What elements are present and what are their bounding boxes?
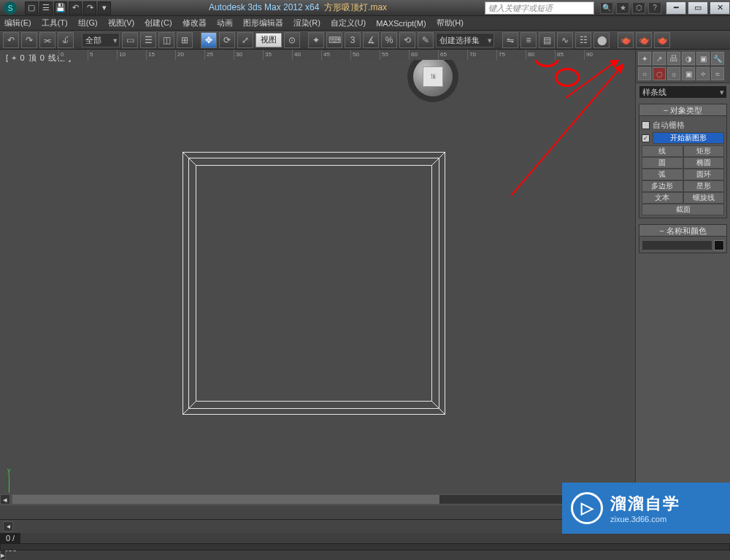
donut-button[interactable]: 圆环: [683, 169, 725, 180]
curve-editor-icon[interactable]: ∿: [557, 32, 573, 48]
selection-filter-combo[interactable]: 全部: [82, 33, 120, 47]
arc-button[interactable]: 弧: [642, 169, 683, 180]
favorite-icon[interactable]: ★: [616, 2, 629, 14]
spinner-snap-icon[interactable]: ⟲: [399, 32, 415, 48]
menu-view[interactable]: 视图(V): [108, 18, 135, 28]
render-setup-icon[interactable]: 🫖: [618, 32, 634, 48]
motion-tab-icon[interactable]: ◑: [682, 52, 695, 65]
move-icon[interactable]: ✥: [201, 32, 217, 48]
lights-cat-icon[interactable]: ☼: [667, 67, 680, 80]
maximize-button[interactable]: ▭: [688, 1, 708, 15]
snap-toggle-icon[interactable]: 3: [345, 32, 361, 48]
shape-type-combo[interactable]: 样条线: [639, 85, 727, 99]
space-warps-cat-icon[interactable]: ≈: [711, 67, 724, 80]
helix-button[interactable]: 螺旋线: [683, 192, 725, 204]
menu-edit[interactable]: 编辑(E): [4, 18, 31, 28]
select-manipulate-icon[interactable]: ✦: [308, 32, 324, 48]
qat-undo-icon[interactable]: ↶: [69, 1, 82, 15]
auto-grid-row[interactable]: 自动栅格: [642, 120, 724, 131]
rotate-icon[interactable]: ⟳: [219, 32, 235, 48]
qat-open-icon[interactable]: ☰: [39, 1, 53, 15]
slider-right-icon[interactable]: ▸: [0, 550, 6, 560]
schematic-icon[interactable]: ☷: [575, 32, 591, 48]
angle-snap-icon[interactable]: ∡: [363, 32, 379, 48]
rectangle-button[interactable]: 矩形: [683, 145, 725, 157]
menu-help[interactable]: 帮助(H): [437, 18, 464, 28]
menu-grapheditor[interactable]: 图形编辑器: [243, 18, 283, 28]
auto-grid-checkbox[interactable]: [642, 121, 650, 129]
ref-coord-combo[interactable]: 视图: [256, 33, 282, 47]
minimize-button[interactable]: ━: [666, 1, 686, 15]
window-crossing-icon[interactable]: ⊞: [177, 32, 193, 48]
utilities-tab-icon[interactable]: 🔧: [711, 52, 724, 65]
named-selection-combo[interactable]: 创建选择集: [436, 33, 494, 47]
viewport-hscroll[interactable]: ◂ ▸: [0, 493, 635, 506]
edit-named-sel-icon[interactable]: ✎: [418, 32, 434, 48]
menu-tools[interactable]: 工具(T): [42, 18, 68, 28]
start-new-checkbox[interactable]: ✓: [642, 134, 650, 142]
material-editor-icon[interactable]: ⬤: [593, 32, 610, 48]
viewcube[interactable]: 顶: [413, 57, 453, 96]
menu-customize[interactable]: 自定义(U): [331, 18, 366, 28]
ngon-button[interactable]: 多边形: [642, 180, 683, 192]
link-icon[interactable]: ⫘: [39, 32, 55, 48]
display-tab-icon[interactable]: ▣: [696, 52, 710, 65]
menu-animation[interactable]: 动画: [217, 18, 233, 28]
create-tab-icon[interactable]: ✦: [638, 52, 651, 65]
pivot-icon[interactable]: ⊙: [284, 32, 300, 48]
start-new-row[interactable]: ✓ 开始新图形: [642, 132, 724, 144]
circle-button[interactable]: 圆: [642, 157, 683, 169]
percent-snap-icon[interactable]: %: [381, 32, 397, 48]
hscroll-track[interactable]: [12, 494, 623, 505]
close-button[interactable]: ✕: [710, 1, 730, 15]
ellipse-button[interactable]: 椭圆: [683, 157, 725, 169]
star-button[interactable]: 星形: [683, 180, 725, 192]
modify-tab-icon[interactable]: ↗: [653, 52, 666, 65]
qat-more-icon[interactable]: ▾: [98, 1, 111, 15]
keyboard-shortcut-icon[interactable]: ⌨: [326, 32, 342, 48]
mirror-icon[interactable]: ⇋: [502, 32, 518, 48]
help-search-input[interactable]: 键入关键字或短语: [485, 1, 594, 15]
menu-group[interactable]: 组(G): [78, 18, 98, 28]
viewport-top[interactable]: [ + 0 顶 0 线框 ] 顶 xy: [0, 50, 635, 506]
shapes-cat-icon[interactable]: ◌: [653, 67, 666, 80]
autodesk-icon[interactable]: ⬡: [632, 2, 645, 14]
line-button[interactable]: 线: [642, 145, 683, 157]
scroll-left-icon[interactable]: ◂: [0, 494, 10, 505]
render-frame-icon[interactable]: 🫖: [636, 32, 652, 48]
geometry-cat-icon[interactable]: ○: [638, 67, 651, 80]
object-color-swatch[interactable]: [714, 240, 724, 250]
menu-create[interactable]: 创建(C): [145, 18, 172, 28]
qat-save-icon[interactable]: 💾: [54, 1, 67, 15]
name-color-header[interactable]: − 名称和颜色: [639, 225, 726, 237]
slider-left-icon[interactable]: ◂: [3, 521, 13, 532]
select-name-icon[interactable]: ☰: [140, 32, 156, 48]
menu-modifiers[interactable]: 修改器: [182, 18, 207, 28]
viewcube-face[interactable]: 顶: [423, 66, 443, 87]
cameras-cat-icon[interactable]: ▣: [682, 67, 695, 80]
frame-indicator[interactable]: 0 / 100: [0, 533, 20, 543]
qat-new-icon[interactable]: ▢: [25, 1, 38, 15]
time-ruler[interactable]: 0 5 10 15 20 25 30 35 40 45 50 55 60 65 …: [58, 50, 635, 60]
menu-render[interactable]: 渲染(R): [293, 18, 320, 28]
render-icon[interactable]: 🫖: [654, 32, 670, 48]
hierarchy-tab-icon[interactable]: 品: [667, 52, 680, 65]
text-button[interactable]: 文本: [642, 192, 683, 204]
select-object-icon[interactable]: ▭: [122, 32, 138, 48]
object-name-field[interactable]: [642, 240, 712, 250]
qat-redo-icon[interactable]: ↷: [83, 1, 96, 15]
menu-maxscript[interactable]: MAXScript(M): [376, 19, 426, 28]
object-type-header[interactable]: − 对象类型: [639, 104, 726, 116]
section-button[interactable]: 截面: [642, 204, 724, 215]
search-icon[interactable]: 🔍: [600, 2, 613, 14]
unlink-icon[interactable]: ⫝̸: [58, 32, 74, 48]
layer-icon[interactable]: ▤: [539, 32, 555, 48]
scale-icon[interactable]: ⤢: [237, 32, 253, 48]
redo-icon[interactable]: ↷: [21, 32, 37, 48]
select-region-icon[interactable]: ◫: [158, 32, 174, 48]
time-slider[interactable]: [0, 543, 730, 551]
viewport-area[interactable]: [ + 0 顶 0 线框 ] 顶 xy: [0, 50, 635, 506]
start-new-shape-button[interactable]: 开始新图形: [653, 132, 724, 144]
undo-icon[interactable]: ↶: [3, 32, 19, 48]
align-icon[interactable]: ≡: [520, 32, 537, 48]
